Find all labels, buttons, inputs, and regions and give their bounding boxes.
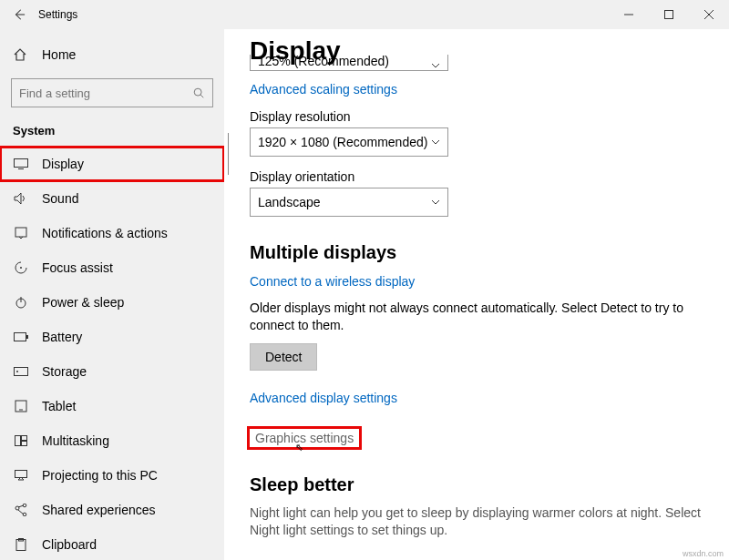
back-button[interactable] [0, 8, 38, 21]
sidebar-item-notifications[interactable]: Notifications & actions [0, 216, 224, 250]
svg-point-4 [194, 88, 201, 96]
svg-point-22 [15, 506, 19, 510]
svg-rect-1 [665, 11, 673, 19]
home-label: Home [42, 47, 76, 62]
window-title: Settings [38, 8, 77, 21]
search-icon [192, 87, 205, 99]
sidebar-item-label: Notifications & actions [42, 226, 168, 240]
svg-rect-18 [15, 436, 21, 446]
scale-value: 125% (Recommended) [258, 55, 389, 68]
focus-icon [13, 261, 29, 274]
scrollbar-indicator[interactable] [228, 133, 229, 175]
cursor-icon: ⇖ [295, 442, 303, 453]
watermark: wsxdn.com [683, 549, 724, 558]
sidebar-item-shared-experiences[interactable]: Shared experiences [0, 493, 224, 527]
resolution-value: 1920 × 1080 (Recommended) [258, 135, 427, 149]
svg-rect-6 [15, 159, 28, 168]
svg-point-15 [16, 371, 18, 372]
detect-button[interactable]: Detect [250, 343, 317, 371]
multiple-displays-title: Multiple displays [250, 242, 703, 263]
sleep-better-title: Sleep better [250, 474, 703, 495]
sleep-better-text: Night light can help you get to sleep by… [250, 504, 703, 539]
sidebar-item-label: Clipboard [42, 537, 97, 552]
svg-rect-12 [15, 333, 26, 341]
search-input[interactable] [19, 87, 192, 100]
display-icon [13, 158, 29, 169]
orientation-dropdown[interactable]: Landscape [250, 188, 448, 217]
minimize-button[interactable] [609, 1, 649, 28]
sound-icon [13, 192, 29, 205]
svg-line-5 [200, 95, 203, 97]
title-bar: Settings [0, 0, 729, 29]
svg-rect-8 [15, 228, 26, 237]
sidebar-item-tablet[interactable]: Tablet [0, 389, 224, 423]
sidebar-item-projecting[interactable]: Projecting to this PC [0, 458, 224, 493]
shared-icon [13, 504, 29, 516]
sidebar-item-label: Focus assist [42, 260, 113, 275]
power-icon [13, 296, 29, 309]
chevron-down-icon [431, 199, 440, 205]
sidebar-item-label: Multitasking [42, 433, 109, 448]
window-controls [609, 1, 729, 28]
svg-rect-14 [15, 368, 28, 376]
clipboard-icon [13, 538, 29, 551]
graphics-settings-link[interactable]: Graphics settings ⇖ [250, 429, 359, 447]
sidebar-item-clipboard[interactable]: Clipboard [0, 527, 224, 560]
scale-dropdown[interactable]: 125% (Recommended) [250, 55, 448, 71]
notifications-icon [13, 227, 29, 239]
graphics-settings-label: Graphics settings [255, 431, 354, 445]
sidebar-item-label: Display [42, 157, 84, 171]
resolution-dropdown[interactable]: 1920 × 1080 (Recommended) [250, 127, 448, 157]
resolution-label: Display resolution [250, 109, 703, 124]
chevron-down-icon [431, 63, 440, 68]
sidebar-item-label: Storage [42, 364, 87, 379]
advanced-scaling-link[interactable]: Advanced scaling settings [250, 82, 703, 97]
chevron-down-icon [431, 139, 440, 145]
sidebar: Home System Display Sound Notifications … [0, 29, 224, 560]
orientation-label: Display orientation [250, 169, 703, 184]
nav-group-header: System [0, 118, 224, 147]
sidebar-item-label: Power & sleep [42, 295, 124, 310]
storage-icon [13, 367, 29, 376]
orientation-value: Landscape [258, 195, 321, 209]
sidebar-item-label: Battery [42, 330, 82, 344]
search-box[interactable] [11, 78, 213, 107]
wireless-display-link[interactable]: Connect to a wireless display [250, 274, 703, 289]
sidebar-item-display[interactable]: Display [0, 147, 224, 181]
home-nav-item[interactable]: Home [0, 36, 224, 73]
tablet-icon [13, 400, 29, 412]
svg-rect-20 [22, 442, 27, 446]
older-displays-text: Older displays might not always connect … [250, 300, 703, 334]
battery-icon [13, 332, 29, 341]
sidebar-item-battery[interactable]: Battery [0, 320, 224, 354]
sidebar-item-storage[interactable]: Storage [0, 354, 224, 389]
svg-rect-13 [26, 335, 28, 339]
sidebar-item-multitasking[interactable]: Multitasking [0, 423, 224, 458]
advanced-display-link[interactable]: Advanced display settings [250, 391, 703, 405]
sidebar-item-label: Sound [42, 191, 78, 206]
multitasking-icon [13, 435, 29, 446]
maximize-button[interactable] [649, 1, 689, 28]
svg-rect-19 [22, 436, 27, 441]
main-panel: Display 125% (Recommended) Advanced scal… [224, 29, 729, 560]
svg-point-9 [20, 267, 22, 269]
sidebar-item-label: Projecting to this PC [42, 468, 158, 483]
sidebar-item-power-sleep[interactable]: Power & sleep [0, 285, 224, 320]
sidebar-item-label: Tablet [42, 399, 76, 413]
sidebar-item-label: Shared experiences [42, 503, 156, 517]
home-icon [13, 47, 29, 62]
sidebar-item-focus-assist[interactable]: Focus assist [0, 250, 224, 285]
close-button[interactable] [689, 1, 729, 28]
projecting-icon [13, 470, 29, 481]
sidebar-item-sound[interactable]: Sound [0, 181, 224, 216]
